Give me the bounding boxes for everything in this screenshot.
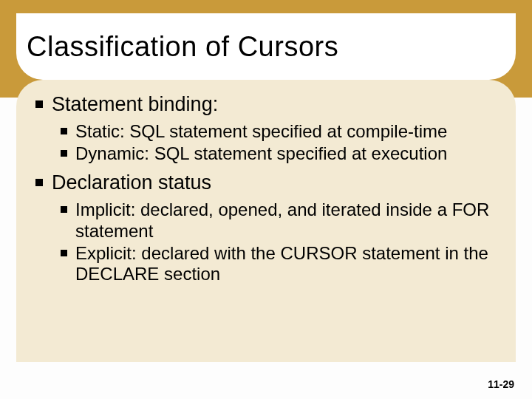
body-box: Statement binding: Static: SQL statement… — [16, 80, 516, 362]
bullet-item: Static: SQL statement specified at compi… — [34, 121, 498, 142]
title-box: Classification of Cursors — [16, 13, 516, 80]
slide-title: Classification of Cursors — [27, 31, 338, 63]
page-number: 11-29 — [488, 378, 514, 390]
slide: Classification of Cursors Statement bind… — [0, 0, 532, 399]
bullet-item: Implicit: declared, opened, and iterated… — [34, 200, 498, 242]
bullet-item: Dynamic: SQL statement specified at exec… — [34, 143, 498, 164]
section-heading: Statement binding: — [34, 93, 498, 117]
bullet-item: Explicit: declared with the CURSOR state… — [34, 243, 498, 285]
section-heading: Declaration status — [34, 171, 498, 195]
